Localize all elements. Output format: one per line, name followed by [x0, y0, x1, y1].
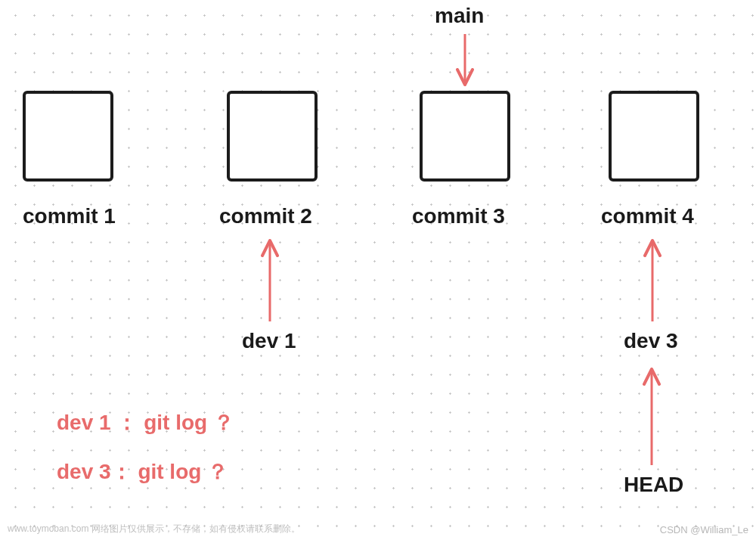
commit-box-1 [23, 91, 113, 182]
commit-label-3: commit 3 [412, 204, 505, 228]
branch-label-dev3: dev 3 [624, 329, 678, 353]
branch-label-main: main [435, 4, 484, 28]
diagram-canvas: commit 1 commit 2 commit 3 commit 4 main… [0, 0, 756, 540]
commit-box-4 [609, 91, 699, 182]
head-label: HEAD [624, 473, 683, 497]
commit-label-4: commit 4 [601, 204, 694, 228]
watermark-left: www.toymoban.com 网络图片仅供展示，不存储，如有侵权请联系删除。 [8, 523, 300, 535]
commit-box-2 [227, 91, 318, 182]
watermark-right: CSDN @William_Le [660, 524, 748, 535]
branch-label-dev1: dev 1 [242, 329, 296, 353]
commit-label-1: commit 1 [23, 204, 116, 228]
question-dev3-gitlog: dev 3： git log ？ [57, 458, 228, 486]
commit-box-3 [420, 91, 510, 182]
commit-label-2: commit 2 [219, 204, 312, 228]
question-dev1-gitlog: dev 1 ： git log ？ [57, 408, 234, 437]
